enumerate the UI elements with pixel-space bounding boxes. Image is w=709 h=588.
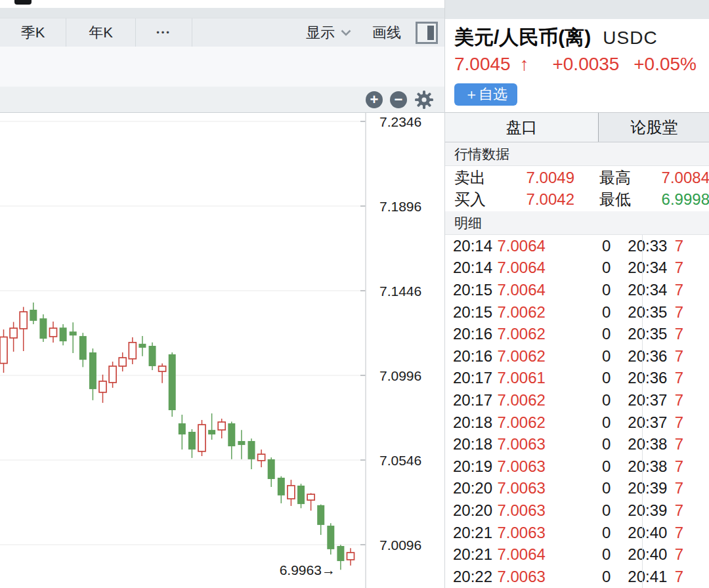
trade-row: 20:167.0062020:367	[445, 345, 709, 368]
trade-price: 7.0063	[497, 568, 545, 586]
display-dropdown[interactable]: 显示	[297, 23, 360, 43]
trade-time: 20:14	[445, 237, 497, 255]
tab-order-book[interactable]: 盘口	[445, 113, 598, 142]
trade-price: 7.0064	[497, 545, 545, 564]
trading-app: 季K 年K ••• 显示 画线 + −	[0, 0, 709, 588]
candlestick-chart-canvas[interactable]: 7.23467.18967.14467.09967.05467.00966.99…	[0, 113, 444, 588]
last-price: 7.0045↑	[454, 54, 538, 74]
up-arrow-icon: ↑	[520, 54, 529, 74]
trade-row: 20:177.0062020:377	[445, 389, 709, 411]
chart-header-spacer	[0, 47, 444, 87]
trade-price-2: 7	[672, 259, 709, 277]
trade-time: 20:21	[445, 524, 497, 542]
y-axis-label: 7.0546	[379, 453, 421, 468]
trade-row: 20:207.0063020:397	[445, 499, 709, 522]
window-tab-stub	[14, 0, 32, 5]
trade-time: 20:19	[445, 457, 497, 476]
instrument-title: 美元/人民币(离)USDC	[454, 24, 709, 51]
trade-volume: 0	[546, 545, 611, 564]
more-periods-button[interactable]: •••	[136, 18, 192, 47]
trade-row: 20:157.0062020:357	[445, 301, 709, 324]
sell-price: 7.0049	[513, 169, 574, 187]
trade-row: 20:217.0063020:407	[445, 522, 709, 544]
trade-volume: 0	[546, 501, 611, 520]
trade-volume: 0	[546, 391, 611, 410]
y-axis-label: 7.2346	[379, 114, 421, 129]
sell-label: 卖出	[445, 167, 513, 188]
draw-line-button[interactable]: 画线	[360, 23, 413, 43]
trade-time: 20:21	[445, 545, 497, 564]
panel-tabs: 盘口 论股堂	[445, 112, 709, 142]
tab-forum[interactable]: 论股堂	[598, 113, 709, 142]
trade-price-2: 7	[672, 545, 709, 564]
trade-time-2: 20:36	[628, 347, 672, 366]
trade-volume: 0	[546, 524, 611, 542]
trade-time: 20:15	[445, 281, 497, 299]
trade-time: 20:22	[445, 568, 497, 586]
trade-volume: 0	[546, 479, 611, 497]
y-axis-label: 7.1896	[379, 199, 421, 214]
trade-price: 7.0063	[497, 524, 545, 542]
trade-volume: 0	[546, 369, 611, 387]
trade-time: 20:18	[445, 413, 497, 432]
trade-row: 20:217.0064020:407	[445, 543, 709, 566]
trade-price: 7.0062	[497, 325, 545, 343]
trade-time: 20:14	[445, 259, 497, 277]
period-year-button[interactable]: 年K	[66, 18, 136, 47]
buy-price: 7.0042	[513, 190, 574, 209]
trade-detail-list: 20:147.0064020:33720:147.0064020:34720:1…	[445, 235, 709, 588]
zoom-out-icon[interactable]: −	[390, 91, 407, 108]
trade-volume: 0	[546, 413, 611, 432]
zoom-in-icon[interactable]: +	[366, 91, 383, 108]
trade-row: 20:167.0062020:357	[445, 323, 709, 345]
low-price-annotation: 6.9963→	[280, 562, 335, 578]
trade-price: 7.0063	[497, 435, 545, 453]
trade-row: 20:147.0064020:337	[445, 235, 709, 257]
candlestick-chart-svg: 7.23467.18967.14467.09967.05467.00966.99…	[0, 113, 444, 588]
trade-time-2: 20:38	[628, 435, 672, 453]
trade-price-2: 7	[672, 347, 709, 366]
period-quarter-button[interactable]: 季K	[0, 18, 66, 47]
trade-price-2: 7	[672, 524, 709, 542]
market-data-rows: 卖出 7.0049 最高 7.0084 买入 7.0042 最低 6.9998	[445, 167, 709, 210]
low-price: 6.9998	[639, 190, 709, 209]
trade-price-2: 7	[672, 457, 709, 476]
trade-time: 20:20	[445, 479, 497, 497]
trade-time-2: 20:37	[628, 413, 672, 432]
quote-panel: 美元/人民币(离)USDC 7.0045↑ +0.0035 +0.05% ＋自选…	[444, 0, 709, 588]
trade-time-2: 20:34	[628, 281, 672, 299]
y-axis-label: 7.0096	[379, 537, 421, 553]
trade-row: 20:147.0064020:347	[445, 257, 709, 280]
trade-price: 7.0064	[497, 281, 545, 299]
trade-row: 20:157.0064020:347	[445, 279, 709, 301]
trade-price: 7.0062	[497, 347, 545, 366]
trade-volume: 0	[546, 568, 611, 586]
panel-toggle-bar	[427, 26, 434, 40]
trade-price-2: 7	[672, 391, 709, 410]
trade-time-2: 20:40	[628, 524, 672, 542]
trade-time-2: 20:34	[628, 259, 672, 277]
trade-time-2: 20:41	[628, 568, 672, 586]
trade-price-2: 7	[672, 435, 709, 453]
trade-price-2: 7	[672, 281, 709, 299]
trade-volume: 0	[546, 237, 611, 255]
trade-row: 20:187.0063020:387	[445, 433, 709, 455]
trade-time: 20:16	[445, 347, 497, 366]
trade-time-2: 20:38	[628, 457, 672, 476]
trade-price: 7.0064	[497, 259, 545, 277]
trade-price-2: 7	[672, 303, 709, 322]
low-label: 最低	[599, 189, 639, 210]
trade-price: 7.0063	[497, 501, 545, 520]
trade-price: 7.0062	[497, 391, 545, 410]
trade-price: 7.0064	[497, 237, 545, 255]
side-panel-toggle-icon[interactable]	[416, 22, 438, 44]
add-watchlist-button[interactable]: ＋自选	[454, 83, 517, 106]
trade-price-2: 7	[672, 413, 709, 432]
trade-row: 20:177.0061020:367	[445, 368, 709, 390]
high-price: 7.0084	[639, 169, 709, 187]
gear-icon[interactable]	[414, 90, 434, 110]
trade-list-divider	[642, 235, 643, 588]
chart-zoom-bar: + −	[0, 87, 444, 113]
trade-time-2: 20:33	[628, 237, 672, 255]
high-label: 最高	[599, 167, 639, 188]
